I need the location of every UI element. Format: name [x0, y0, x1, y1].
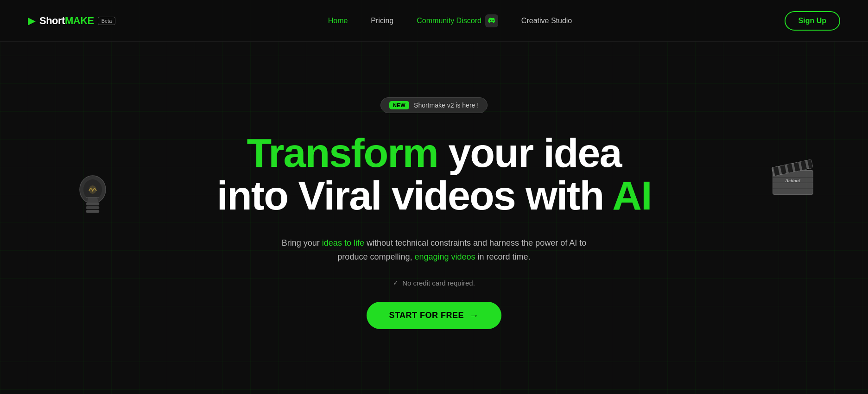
start-for-free-button[interactable]: START FOR FREE →: [367, 302, 501, 329]
svg-rect-3: [86, 203, 99, 205]
nav-item-discord[interactable]: Community Discord: [417, 14, 498, 27]
badge-description: Shortmake v2 is here !: [414, 102, 479, 109]
nav-link-pricing[interactable]: Pricing: [371, 17, 393, 25]
svg-rect-5: [86, 210, 99, 213]
cta-label: START FOR FREE: [389, 311, 464, 320]
subtext-ideas: ideas to life: [322, 238, 364, 248]
subtext-suffix: in record time.: [475, 252, 531, 261]
play-icon: ▶: [28, 15, 36, 27]
heading-line2: into Viral videos with: [217, 172, 613, 218]
new-badge-container: NEW Shortmake v2 is here !: [380, 97, 488, 113]
svg-point-2: [89, 185, 96, 194]
nav-link-discord[interactable]: Community Discord: [417, 14, 498, 27]
heading-your-idea: your idea: [438, 130, 621, 176]
svg-text:Action!: Action!: [785, 177, 801, 183]
discord-label: Community Discord: [417, 17, 482, 25]
check-icon: ✓: [393, 279, 399, 286]
subtext-engaging: engaging videos: [414, 252, 475, 261]
nav-item-studio[interactable]: Creative Studio: [521, 17, 572, 25]
heading-ai: AI: [612, 172, 651, 218]
nav-item-home[interactable]: Home: [328, 17, 348, 25]
bulb-decoration: [70, 169, 116, 233]
navbar: ▶ ShortMAKE Beta Home Pricing Community …: [0, 0, 868, 42]
arrow-icon: →: [469, 310, 479, 321]
hero-heading: Transform your idea into Viral videos wi…: [217, 132, 652, 217]
hero-section: Action! NEW Shortmake v2 is here ! Trans…: [0, 42, 868, 394]
no-cc-text: No credit card required.: [402, 279, 475, 287]
hero-subtext: Bring your ideas to life without technic…: [277, 236, 592, 264]
svg-rect-4: [86, 206, 99, 209]
signup-button[interactable]: Sign Up: [785, 11, 840, 31]
discord-icon: [485, 14, 498, 27]
heading-transform: Transform: [247, 130, 437, 176]
nav-links: Home Pricing Community Discord Creative …: [328, 14, 572, 27]
nav-link-studio[interactable]: Creative Studio: [521, 17, 572, 25]
beta-badge: Beta: [98, 17, 116, 25]
new-label: NEW: [389, 101, 409, 109]
logo[interactable]: ▶ ShortMAKE Beta: [28, 15, 115, 27]
nav-link-home[interactable]: Home: [328, 17, 348, 25]
nav-item-pricing[interactable]: Pricing: [371, 17, 393, 25]
clapboard-decoration: Action!: [770, 158, 816, 207]
subtext-bring: Bring your: [282, 238, 322, 248]
no-credit-card: ✓ No credit card required.: [393, 279, 475, 287]
logo-text: ShortMAKE: [39, 15, 94, 27]
